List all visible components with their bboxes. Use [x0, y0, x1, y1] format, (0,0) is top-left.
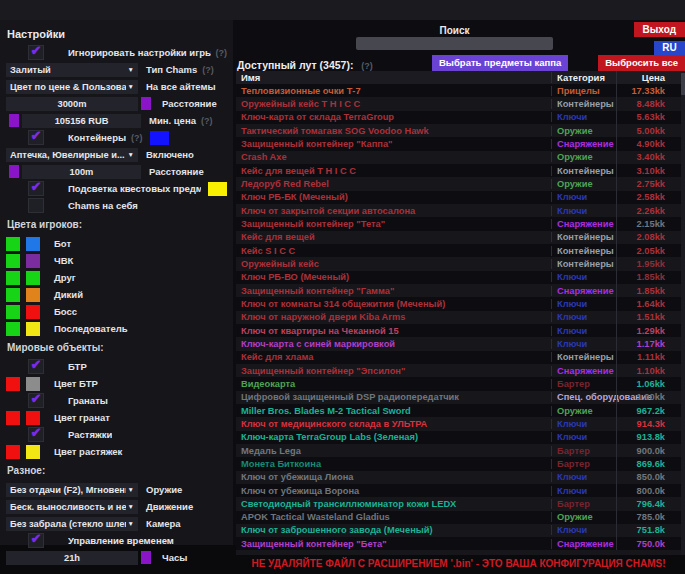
table-row[interactable]: Crash AxeОружие3.40kk [236, 151, 681, 164]
checkbox[interactable] [28, 198, 44, 213]
color-swatch[interactable] [6, 305, 20, 319]
color-swatch[interactable] [6, 445, 20, 459]
table-row[interactable]: Защищенный контейнер "Гамма"Снаряжение1.… [236, 284, 681, 297]
color-swatch[interactable] [6, 322, 20, 336]
item-name: Монета Биткоина [236, 459, 551, 469]
table-row[interactable]: Ключ от убежища ЛионаКлючи850.0k [236, 471, 681, 484]
table-row[interactable]: Ключ от убежища ВоронаКлючи800.0k [236, 484, 681, 497]
item-price: 2.58kk [616, 191, 681, 204]
table-row[interactable]: Ключ от комнаты 314 общежития (Меченый)К… [236, 297, 681, 310]
column-header-category[interactable]: Категория [551, 72, 616, 83]
table-row[interactable]: Ледоруб Red RebelОружие2.75kk [236, 177, 681, 190]
dropdown[interactable]: Залитый▼ [6, 63, 138, 77]
scrollbar[interactable] [681, 71, 685, 555]
language-button[interactable]: RU [654, 41, 685, 55]
table-row[interactable]: Защищенный контейнер "Эпсилон"Снаряжение… [236, 364, 681, 377]
value-input[interactable]: 21h [6, 551, 138, 565]
color-swatch[interactable] [26, 271, 40, 285]
table-row[interactable]: Ключ РБ-ВО (Меченый)Ключи1.85kk [236, 271, 681, 284]
table-row[interactable]: Ключ от закрытой секции автосалонаКлючи2… [236, 204, 681, 217]
table-row[interactable]: Ключ от заброшенного завода (Меченый)Клю… [236, 524, 681, 537]
color-swatch[interactable] [26, 445, 40, 459]
dropdown[interactable]: Без отдачи (F2), Мгновенное п▼ [6, 483, 138, 497]
column-header-name[interactable]: Имя [236, 72, 551, 83]
color-swatch[interactable] [6, 254, 20, 268]
dropdown[interactable]: Цвет по цене & Пользователь▼ [6, 80, 138, 94]
table-row[interactable]: Кейс S I C CКонтейнеры2.05kk [236, 244, 681, 257]
value-input[interactable]: 3000m [6, 97, 138, 111]
settings-row: ЧВК [0, 252, 233, 269]
checkbox[interactable]: ✔ [28, 45, 44, 60]
color-swatch[interactable] [26, 254, 40, 268]
color-swatch[interactable] [6, 288, 20, 302]
table-row[interactable]: Ключ от квартиры на Чеканной 15Ключи1.29… [236, 324, 681, 337]
table-row[interactable]: Ключ-карта от склада TerraGroupКлючи5.63… [236, 111, 681, 124]
checkbox[interactable]: ✔ [28, 130, 44, 145]
checkbox[interactable]: ✔ [28, 533, 44, 548]
color-swatch[interactable] [9, 165, 19, 178]
checkbox[interactable]: ✔ [28, 359, 44, 374]
color-swatch[interactable] [26, 411, 40, 425]
item-category: Прицелы [551, 86, 616, 96]
table-row[interactable]: Miller Bros. Blades M-2 Tactical SwordОр… [236, 404, 681, 417]
table-row[interactable]: Защищенный контейнер "Тета"Снаряжение2.1… [236, 217, 681, 230]
table-row[interactable]: Оружейный кейс T H I C CКонтейнеры8.48kk [236, 97, 681, 110]
table-row[interactable]: Кейс для вещей T H I C CКонтейнеры3.10kk [236, 164, 681, 177]
scrollbar-thumb[interactable] [681, 73, 685, 95]
dropdown[interactable]: Беск. выносливость и нет уста:▼ [6, 500, 138, 514]
table-row[interactable]: Оружейный кейсКонтейнеры1.95kk [236, 257, 681, 270]
color-swatch[interactable] [150, 131, 169, 145]
item-category: Снаряжение [551, 366, 616, 376]
table-row[interactable]: Ключ РБ-БК (Меченый)Ключи2.58kk [236, 191, 681, 204]
checkbox[interactable]: ✔ [28, 427, 44, 442]
search-input[interactable] [356, 37, 553, 50]
table-row[interactable]: Медаль LegaБартер900.0k [236, 444, 681, 457]
checkbox-label: Игнорировать настройки игры [68, 47, 211, 58]
dropdown-value: Аптечка, Ювелирные и... [10, 150, 125, 160]
value-input[interactable]: 100m [22, 165, 141, 179]
table-row[interactable]: Тепловизионные очки Т-7Прицелы17.33kk [236, 84, 681, 97]
table-row[interactable]: Цифровой защищенный DSP радиопередатчикС… [236, 391, 681, 404]
color-swatch[interactable] [6, 377, 20, 391]
dropdown[interactable]: Аптечка, Ювелирные и...▼ [6, 148, 138, 162]
table-row[interactable]: Ключ от медицинского склада в УЛЬТРАКлюч… [236, 417, 681, 430]
color-swatch[interactable] [141, 97, 151, 110]
table-row[interactable]: Кейс для вещейКонтейнеры2.08kk [236, 231, 681, 244]
table-row[interactable]: Ключ от наружной двери Kiba ArmsКлючи1.5… [236, 311, 681, 324]
color-swatch[interactable] [6, 237, 20, 251]
settings-row: Аптечка, Ювелирные и...▼Включено [0, 146, 233, 163]
dropdown[interactable]: Без забрала (стекло шлема)▼ [6, 517, 138, 531]
color-swatch[interactable] [26, 288, 40, 302]
table-row[interactable]: Защищенный контейнер "Бета"Снаряжение750… [236, 537, 681, 550]
color-swatch[interactable] [26, 305, 40, 319]
item-price: 1.85kk [616, 284, 681, 297]
checkbox[interactable]: ✔ [28, 393, 44, 408]
settings-row: Цвет по цене & Пользователь▼На все айтем… [0, 78, 233, 95]
color-swatch[interactable] [6, 271, 20, 285]
table-row[interactable]: Кейс для хламаКонтейнеры1.11kk [236, 351, 681, 364]
color-swatch[interactable] [208, 182, 227, 196]
table-row[interactable]: Ключ-карта TerraGroup Labs (Зеленая)Ключ… [236, 431, 681, 444]
color-label: Бот [54, 238, 71, 249]
color-swatch[interactable] [9, 114, 19, 127]
value-input[interactable]: 105156 RUB [22, 114, 141, 128]
checkbox[interactable]: ✔ [28, 181, 44, 196]
table-row[interactable]: Светодиодный трансиллюминатор кожи LEDXБ… [236, 497, 681, 510]
table-row[interactable]: Защищенный контейнер "Каппа"Снаряжение4.… [236, 137, 681, 150]
table-row[interactable]: Ключ-карта с синей маркировкойКлючи1.17k… [236, 337, 681, 350]
exit-button[interactable]: Выход [634, 22, 685, 37]
item-name: Защищенный контейнер "Каппа" [236, 139, 551, 149]
column-header-price[interactable]: Цена [616, 71, 681, 84]
drop-all-button[interactable]: Выбросить все [598, 55, 685, 71]
color-swatch[interactable] [26, 322, 40, 336]
table-row[interactable]: Тактический томагавк SOG Voodoo HawkОруж… [236, 124, 681, 137]
color-swatch[interactable] [26, 237, 40, 251]
table-row[interactable]: Монета БиткоинаБартер869.6k [236, 457, 681, 470]
color-swatch[interactable] [26, 377, 40, 391]
select-kappa-button[interactable]: Выбрать предметы каппа [432, 55, 568, 71]
table-row[interactable]: ВидеокартаБартер1.06kk [236, 377, 681, 390]
item-price: 967.2k [616, 404, 681, 417]
table-row[interactable]: APOK Tactical Wasteland GladiusОружие785… [236, 511, 681, 524]
color-swatch[interactable] [141, 551, 151, 564]
color-swatch[interactable] [6, 411, 20, 425]
